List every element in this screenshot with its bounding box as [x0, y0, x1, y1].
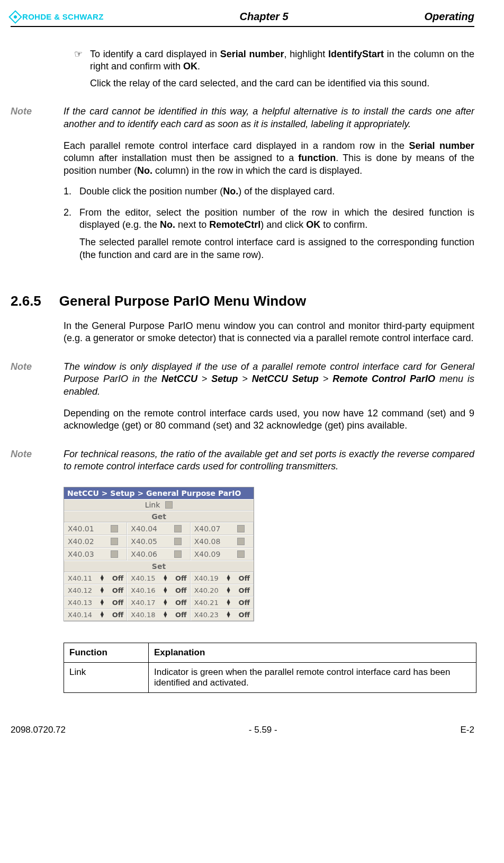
brand-logo-icon: [8, 10, 22, 23]
step-2-sub: The selected parallel remote control int…: [79, 236, 474, 261]
table-header-row: Function Explanation: [64, 643, 476, 662]
note-label: Note: [11, 361, 53, 398]
link-led-icon: [165, 501, 173, 509]
set-cell: X40.18▲▼Off: [127, 609, 190, 621]
note-text: For technical reasons, the ratio of the …: [64, 448, 474, 473]
identify-bullet: ☞ To identify a card displayed in Serial…: [74, 48, 474, 73]
chapter-label: Chapter 5: [239, 11, 288, 23]
identify-bullet-text: To identify a card displayed in Serial n…: [90, 48, 474, 73]
set-cell: X40.20▲▼Off: [191, 584, 254, 597]
embed-titlebar: NetCCU > Setup > General Purpose ParIO: [64, 487, 254, 499]
get-cell: X40.08: [191, 535, 254, 548]
spinner-icon: ▲▼: [227, 599, 230, 606]
note-1: Note If the card cannot be identified in…: [11, 105, 474, 130]
step-2: 2. From the editor, select the position …: [64, 207, 474, 232]
get-cell: X40.06: [127, 548, 190, 560]
embed-link-row: Link: [64, 499, 254, 511]
set-cell: X40.12▲▼Off: [64, 584, 127, 597]
spinner-icon: ▲▼: [101, 611, 104, 618]
get-cell: X40.03: [64, 548, 127, 560]
led-icon: [237, 550, 245, 558]
get-cell: X40.09: [191, 548, 254, 560]
get-cell: X40.04: [127, 522, 190, 535]
table-header-function: Function: [64, 643, 149, 662]
footer-right: E-2: [461, 725, 474, 735]
spinner-icon: ▲▼: [101, 587, 104, 593]
led-icon: [111, 550, 118, 558]
led-icon: [237, 525, 245, 532]
brand-text: ROHDE & SCHWARZ: [22, 12, 104, 21]
get-cell: X40.07: [191, 522, 254, 535]
step-2-text: From the editor, select the position num…: [79, 207, 474, 232]
spinner-icon: ▲▼: [164, 599, 167, 606]
step-1-num: 1.: [64, 185, 74, 198]
footer-center: - 5.59 -: [249, 725, 277, 735]
set-grid: X40.11▲▼Off X40.15▲▼Off X40.19▲▼Off X40.…: [64, 572, 254, 621]
section-intro: In the General Purpose ParIO menu window…: [64, 320, 474, 345]
set-cell: X40.13▲▼Off: [64, 597, 127, 609]
section-number: 2.6.5: [11, 293, 41, 309]
table-row: Link Indicator is green when the paralle…: [64, 662, 476, 692]
table-cell-function: Link: [64, 662, 149, 692]
spinner-icon: ▲▼: [227, 587, 230, 593]
step-1-text: Double click the position number (No.) o…: [79, 185, 474, 198]
led-icon: [237, 538, 245, 545]
get-cell: X40.05: [127, 535, 190, 548]
page-header: ROHDE & SCHWARZ Chapter 5 Operating: [11, 11, 474, 27]
set-cell: X40.14▲▼Off: [64, 609, 127, 621]
section-heading: 2.6.5 General Purpose ParIO Menu Window: [11, 293, 474, 309]
spinner-icon: ▲▼: [101, 599, 104, 606]
function-table: Function Explanation Link Indicator is g…: [64, 643, 476, 693]
set-cell: X40.23▲▼Off: [191, 609, 254, 621]
note-text: If the card cannot be identified in this…: [64, 105, 474, 130]
led-icon: [174, 538, 182, 545]
pointer-icon: ☞: [74, 48, 85, 73]
spinner-icon: ▲▼: [101, 575, 104, 581]
set-cell: X40.15▲▼Off: [127, 572, 190, 584]
page-footer: 2098.0720.72 - 5.59 - E-2: [11, 725, 474, 735]
note-label: Note: [11, 448, 53, 473]
set-section-bar: Set: [64, 560, 254, 572]
spinner-icon: ▲▼: [164, 611, 167, 618]
footer-left: 2098.0720.72: [11, 725, 66, 735]
table-header-explanation: Explanation: [149, 643, 476, 662]
note-3: Note For technical reasons, the ratio of…: [11, 448, 474, 473]
identify-sub: Click the relay of the card selected, an…: [90, 77, 474, 90]
get-section-bar: Get: [64, 511, 254, 522]
led-icon: [111, 525, 118, 532]
set-cell: X40.19▲▼Off: [191, 572, 254, 584]
step-2-num: 2.: [64, 207, 74, 232]
set-cell: X40.16▲▼Off: [127, 584, 190, 597]
get-cell: X40.01: [64, 522, 127, 535]
note-2: Note The window is only displayed if the…: [11, 361, 474, 398]
led-icon: [174, 525, 182, 532]
get-cell: X40.02: [64, 535, 127, 548]
set-cell: X40.21▲▼Off: [191, 597, 254, 609]
led-icon: [111, 538, 118, 545]
embed-link-label: Link: [145, 501, 160, 509]
note-text: The window is only displayed if the use …: [64, 361, 474, 398]
spinner-icon: ▲▼: [227, 575, 230, 581]
spinner-icon: ▲▼: [164, 587, 167, 593]
note-label: Note: [11, 105, 53, 130]
step-1: 1. Double click the position number (No.…: [64, 185, 474, 198]
set-cell: X40.17▲▼Off: [127, 597, 190, 609]
get-grid: X40.01 X40.04 X40.07 X40.02 X40.05 X40.0…: [64, 522, 254, 560]
operating-label: Operating: [425, 11, 474, 23]
spinner-icon: ▲▼: [227, 611, 230, 618]
pario-screenshot: NetCCU > Setup > General Purpose ParIO L…: [64, 487, 254, 621]
led-icon: [174, 550, 182, 558]
set-cell: X40.11▲▼Off: [64, 572, 127, 584]
section-title: General Purpose ParIO Menu Window: [59, 293, 306, 309]
pins-paragraph: Depending on the remote control interfac…: [64, 407, 474, 432]
spinner-icon: ▲▼: [164, 575, 167, 581]
table-cell-explanation: Indicator is green when the parallel rem…: [149, 662, 476, 692]
brand-logo: ROHDE & SCHWARZ: [11, 12, 104, 22]
assign-paragraph: Each parallel remote control interface c…: [64, 140, 474, 177]
